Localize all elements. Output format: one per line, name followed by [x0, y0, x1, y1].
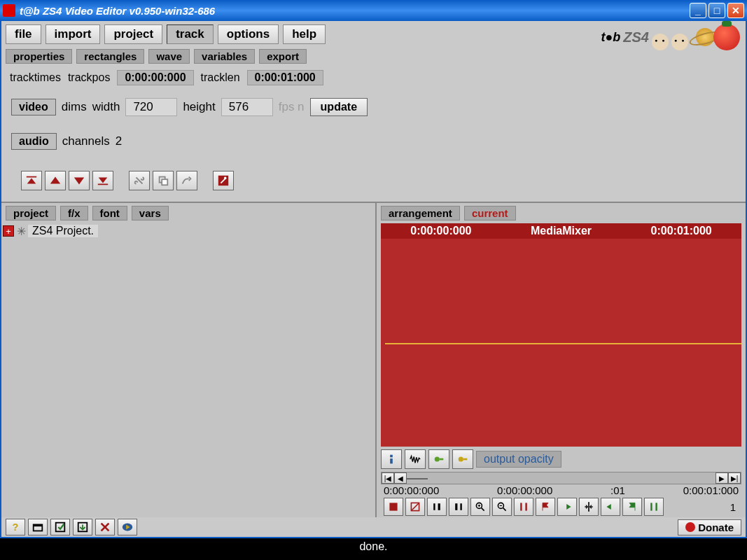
scroll-right-button[interactable]: ▶	[715, 472, 728, 484]
lefttab-project[interactable]: project	[6, 206, 56, 220]
goto-prev-button[interactable]	[557, 498, 577, 516]
flag-end-button[interactable]	[622, 498, 642, 516]
marker-b-button[interactable]	[644, 498, 664, 516]
menu-options[interactable]: options	[218, 24, 279, 44]
lefttab-fx[interactable]: f/x	[60, 206, 88, 220]
scroll-start-button[interactable]: |◀	[382, 472, 394, 484]
svg-text:?: ?	[13, 522, 19, 533]
video-button[interactable]: video	[11, 99, 56, 115]
svg-rect-8	[389, 503, 397, 510]
media-name: MediaMixer	[531, 225, 592, 237]
paste-button[interactable]	[176, 171, 197, 190]
subtab-properties[interactable]: properties	[6, 49, 72, 64]
tree-row[interactable]: + ✳ ZS4 Project.	[3, 225, 374, 237]
scroll-thumb[interactable]	[407, 478, 428, 479]
tracklen-label: tracklen	[201, 71, 240, 84]
media-canvas[interactable]	[381, 239, 741, 447]
trackpos-value[interactable]: 0:00:00:000	[117, 70, 193, 85]
output-opacity-button[interactable]: output opacity	[476, 451, 561, 468]
cut-button[interactable]	[129, 171, 150, 190]
move-bottom-button[interactable]	[92, 171, 113, 190]
play-button[interactable]	[118, 519, 137, 536]
menu-project[interactable]: project	[104, 24, 162, 44]
svg-rect-11	[433, 503, 435, 510]
width-label: width	[92, 100, 120, 114]
menu-import[interactable]: import	[46, 24, 101, 44]
marker-a-button[interactable]	[514, 498, 533, 516]
scroll-left-button[interactable]: ◀	[394, 472, 407, 484]
info-button[interactable]	[381, 449, 402, 469]
lower-split: project f/x font vars + ✳ ZS4 Project. a…	[1, 202, 746, 517]
next-frame-button[interactable]	[449, 498, 468, 516]
zoom-in-button[interactable]	[470, 498, 490, 516]
lefttab-vars[interactable]: vars	[132, 206, 169, 220]
donate-button[interactable]: Donate	[678, 519, 741, 536]
copy-button[interactable]	[153, 171, 174, 190]
stop-button[interactable]	[384, 498, 403, 516]
right-panel: arrangement current 0:00:00:000 MediaMix…	[377, 203, 746, 517]
donate-label: Donate	[698, 522, 734, 533]
time-mark: 0:00:00:000	[497, 484, 552, 496]
zs4-logo-text: ZS4	[623, 29, 649, 46]
righttab-arrangement[interactable]: arrangement	[381, 206, 460, 220]
app-icon	[3, 4, 15, 17]
lefttab-font[interactable]: font	[92, 206, 127, 220]
media-toolbar: output opacity	[381, 447, 741, 472]
status-bar: done.	[0, 538, 747, 555]
snap-button[interactable]	[579, 498, 599, 516]
face-icon	[671, 34, 688, 50]
save-button[interactable]	[50, 519, 70, 536]
menu-track[interactable]: track	[167, 24, 214, 44]
zoom-out-button[interactable]	[492, 498, 512, 516]
prev-frame-button[interactable]	[427, 498, 447, 516]
keyframe-out-button[interactable]	[452, 449, 473, 469]
subtab-variables[interactable]: variables	[194, 49, 255, 64]
subtab-export[interactable]: export	[259, 49, 307, 64]
righttab-current[interactable]: current	[464, 206, 516, 220]
menu-help[interactable]: help	[283, 24, 326, 44]
scroll-end-button[interactable]: ▶|	[728, 472, 741, 484]
close-button[interactable]: ✕	[727, 3, 744, 18]
right-tabs: arrangement current	[377, 203, 746, 223]
width-field[interactable]: 720	[125, 98, 177, 116]
logo-area: t●b ZS4	[601, 21, 740, 53]
mute-button[interactable]	[405, 498, 425, 516]
audio-button[interactable]: audio	[11, 133, 57, 150]
svg-point-3	[224, 177, 227, 180]
subtab-rectangles[interactable]: rectangles	[76, 49, 144, 64]
height-field[interactable]: 576	[221, 98, 273, 116]
keyframe-in-button[interactable]	[428, 449, 449, 469]
maximize-button[interactable]: □	[708, 3, 725, 18]
move-down-button[interactable]	[69, 171, 90, 190]
move-up-button[interactable]	[45, 171, 66, 190]
svg-line-10	[412, 503, 419, 510]
track-info-row: tracktimes trackpos 0:00:00:000 tracklen…	[1, 64, 746, 91]
window-controls: _ □ ✕	[690, 3, 744, 18]
flag-button[interactable]	[536, 498, 555, 516]
svg-rect-1	[162, 179, 167, 185]
move-top-button[interactable]	[21, 171, 42, 190]
tracklen-value[interactable]: 0:00:01:000	[247, 70, 323, 85]
minimize-button[interactable]: _	[690, 3, 706, 18]
help-button[interactable]: ?	[6, 519, 25, 536]
media-wrap: 0:00:00:000 MediaMixer 0:00:01:000 outpu…	[377, 223, 746, 517]
timeline-scrollbar[interactable]: |◀ ◀ ▶ ▶|	[381, 472, 741, 484]
strawberry-icon	[685, 522, 695, 532]
waveform-button[interactable]	[405, 449, 426, 469]
window-titlebar: t@b ZS4 Video Editor v0.950-win32-686 _ …	[0, 0, 747, 21]
record-button[interactable]	[213, 171, 234, 190]
waveform-line	[385, 343, 741, 344]
export-button[interactable]	[73, 519, 92, 536]
dims-label: dims	[62, 100, 87, 114]
update-button[interactable]: update	[310, 98, 368, 116]
delete-button[interactable]	[95, 519, 115, 536]
channels-label: channels	[62, 134, 110, 148]
svg-rect-4	[390, 455, 393, 458]
goto-next-button[interactable]	[601, 498, 620, 516]
time-mark: 0:00:00:000	[384, 484, 439, 496]
open-button[interactable]	[28, 519, 48, 536]
menu-file[interactable]: file	[6, 24, 41, 44]
node-icon: ✳	[15, 225, 27, 237]
subtab-wave[interactable]: wave	[148, 49, 190, 64]
expand-icon[interactable]: +	[3, 225, 14, 237]
